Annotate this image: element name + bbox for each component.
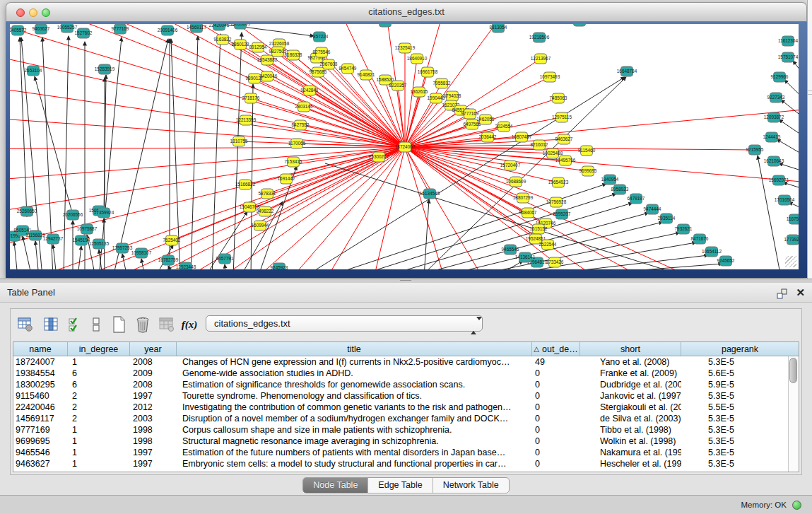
graph-node[interactable]: 9465546 (502, 245, 519, 255)
green-checks-icon[interactable] (64, 314, 86, 335)
graph-node[interactable]: 15751074 (778, 52, 799, 62)
graph-node[interactable]: 1244415 (763, 132, 781, 142)
graph-node[interactable]: 10807487 (512, 132, 532, 142)
table-row[interactable]: 969969511998Structural magnetic resonanc… (13, 436, 799, 447)
graph-node[interactable]: 7153415 (285, 157, 302, 167)
graph-edge-black[interactable] (141, 259, 145, 269)
graph-edge-black[interactable] (758, 156, 781, 269)
graph-edge-black[interactable] (353, 194, 616, 269)
graph-node[interactable]: 8454749 (339, 64, 357, 74)
graph-node[interactable]: 2036442 (479, 132, 497, 142)
table-row[interactable]: 946362711997Embryonic stem cells: a mode… (13, 458, 799, 469)
graph-node[interactable]: 9463627 (33, 24, 50, 34)
graph-node[interactable]: 1840954 (601, 175, 619, 185)
column-header-name[interactable]: name (13, 342, 68, 356)
graph-node[interactable]: 8813054 (490, 24, 507, 33)
graph-node[interactable]: 19218506 (529, 33, 550, 42)
graph-edge-black[interactable] (783, 182, 799, 192)
graph-node[interactable]: 18300295 (375, 24, 396, 27)
graph-node[interactable]: 1990448 (428, 93, 445, 103)
graph-node[interactable]: 16648784 (617, 66, 637, 76)
graph-node[interactable]: 7625402 (163, 235, 181, 245)
graph-edge-black[interactable] (424, 199, 429, 269)
graph-node[interactable]: 14569117 (187, 24, 206, 33)
graph-node[interactable]: 1462055 (477, 115, 495, 124)
table-column-icon[interactable] (40, 314, 61, 335)
column-header-year[interactable]: year (130, 342, 177, 356)
graph-edge-black[interactable] (777, 139, 799, 156)
graph-edge-black[interactable] (793, 61, 799, 86)
graph-edge-red[interactable] (405, 147, 510, 165)
graph-node[interactable]: 12942737 (43, 234, 64, 244)
table-row[interactable]: 977716911998Corpus callosum shape and si… (13, 424, 799, 436)
graph-edge-red[interactable] (405, 147, 495, 269)
graph-node[interactable]: 1527602 (75, 28, 93, 38)
graph-node[interactable]: 2935114 (658, 214, 676, 223)
minimize-window-button[interactable] (29, 8, 37, 17)
graph-edge-red[interactable] (10, 147, 405, 220)
graph-node[interactable]: 19384554 (570, 24, 590, 26)
graph-window-titlebar[interactable]: citations_edges.txt (6, 2, 807, 22)
graph-node[interactable]: 1691442 (278, 174, 295, 184)
graph-edge-black[interactable] (53, 245, 57, 269)
table-row[interactable]: 1456911722003Disruption of a novel membe… (13, 413, 799, 424)
graph-edge-red[interactable] (405, 72, 428, 147)
graph-node[interactable]: 7955812 (433, 78, 451, 88)
graph-node[interactable]: 20206556 (63, 210, 83, 220)
graph-edge-black[interactable] (779, 119, 799, 142)
graph-node[interactable]: 8860128 (232, 40, 249, 49)
graph-node[interactable]: 22420046 (209, 24, 230, 30)
graph-edge-black[interactable] (382, 203, 632, 269)
graph-edge-black[interactable] (113, 39, 168, 269)
table-row[interactable]: 1872400712008Changes of HCN gene express… (13, 356, 799, 368)
table-row[interactable]: 911546021997Tourette syndrome. Phenomeno… (13, 390, 799, 402)
graph-edge-black[interactable] (64, 36, 69, 269)
table-row[interactable]: 2242004622012Investigating the contribut… (13, 402, 799, 413)
graph-edge-black[interactable] (233, 33, 242, 269)
graph-node[interactable]: 9474444 (644, 204, 661, 214)
scrollbar-thumb[interactable] (789, 358, 797, 383)
graph-node[interactable]: 16210643 (764, 156, 784, 166)
column-header-short[interactable]: short (580, 342, 681, 356)
graph-node[interactable]: 1362615 (411, 87, 428, 97)
trash-icon[interactable] (132, 314, 153, 335)
graph-node[interactable]: 15134545 (420, 189, 440, 199)
network-canvas[interactable]: 1872400791638228860128891295423226058982… (10, 24, 799, 269)
graph-node[interactable]: 11612304 (778, 36, 798, 46)
graph-node[interactable]: 8958923 (611, 185, 629, 194)
graph-node[interactable]: 5878331 (259, 189, 276, 199)
tab-edge-table[interactable]: Edge Table (368, 478, 433, 493)
graph-node[interactable]: 1810755 (230, 136, 248, 146)
table-row[interactable]: 1830029562008Estimation of significance … (13, 379, 799, 390)
graph-edge-red[interactable] (405, 59, 417, 147)
graph-node[interactable]: 8595207 (553, 209, 571, 219)
graph-node[interactable]: 1167534 (787, 214, 799, 224)
graph-node[interactable]: 15283919 (95, 64, 115, 74)
graph-edge-black[interactable] (14, 242, 18, 269)
canvas-resize-grip[interactable] (785, 256, 796, 267)
graph-edge-red[interactable] (367, 147, 405, 269)
tab-node-table[interactable]: Node Table (303, 478, 368, 493)
graph-node[interactable]: 8427552 (292, 120, 310, 130)
graph-node[interactable]: 8220357 (389, 81, 407, 90)
graph-node[interactable]: 15692971 (769, 175, 789, 185)
tab-network-table[interactable]: Network Table (433, 478, 509, 493)
graph-edge-black[interactable] (171, 39, 180, 269)
graph-edge-black[interactable] (784, 80, 799, 107)
column-header-title[interactable]: title (177, 342, 532, 356)
graph-node[interactable]: 2653104 (25, 66, 42, 76)
graph-node[interactable]: 2718176 (242, 93, 260, 103)
graph-node[interactable]: 9215955 (746, 145, 764, 155)
graph-node[interactable]: 15166822 (235, 180, 256, 189)
graph-edge-black[interactable] (781, 100, 799, 124)
graph-node[interactable]: 9699695 (579, 166, 597, 176)
table-selector-dropdown[interactable]: citations_edges.txt (206, 315, 483, 332)
graph-node[interactable]: 8186328 (285, 50, 302, 60)
graph-edge-black[interactable] (225, 264, 226, 269)
graph-node[interactable]: 9245923 (271, 263, 288, 269)
graph-node[interactable]: 12325419 (395, 43, 416, 53)
function-fx-icon[interactable]: f(x) (179, 314, 200, 335)
graph-node[interactable]: 9498222 (257, 206, 274, 216)
graph-node[interactable]: 8275546 (313, 47, 331, 57)
graph-node[interactable]: 1405572 (10, 25, 27, 35)
